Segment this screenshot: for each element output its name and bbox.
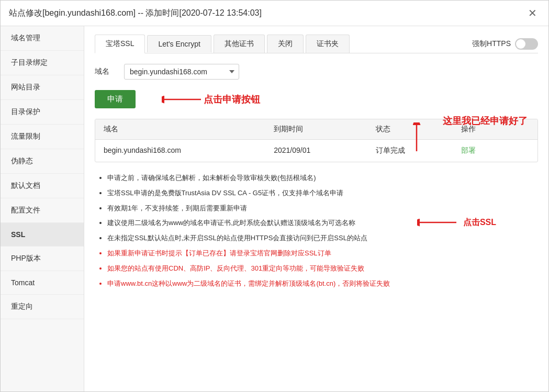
sidebar-item-php-version[interactable]: PHP版本 — [1, 247, 84, 271]
sidebar-item-site-dir[interactable]: 网站目录 — [1, 75, 84, 100]
up-arrow-icon — [396, 122, 438, 154]
already-applied-text: 这里我已经申请好了 — [443, 115, 528, 127]
force-https-section: 强制HTTPS — [472, 38, 538, 50]
already-applied-annotation: 这里我已经申请好了 — [443, 115, 528, 127]
notes-wrapper: 申请之前，请确保域名已解析，如未解析会导致审核失败(包括根域名)宝塔SSL申请的… — [95, 173, 538, 289]
sidebar-item-traffic-limit[interactable]: 流量限制 — [1, 125, 84, 149]
note-item: 如果重新申请证书时提示【订单已存在】请登录宝塔官网删除对应SSL订单 — [107, 248, 538, 259]
sidebar-item-tomcat[interactable]: Tomcat — [1, 271, 84, 295]
click-ssl-text: 点击SSL — [463, 217, 496, 228]
sidebar: 域名管理子目录绑定网站目录目录保护流量限制伪静态默认文档配置文件SSLPHP版本… — [1, 26, 84, 391]
note-item: 宝塔SSL申请的是免费版TrustAsia DV SSL CA - G5证书，仅… — [107, 188, 538, 199]
sidebar-item-pseudo-static[interactable]: 伪静态 — [1, 149, 84, 174]
sidebar-item-config-file[interactable]: 配置文件 — [1, 198, 84, 223]
domain-field-label: 域名 — [95, 67, 116, 76]
click-ssl-annotation: 点击SSL — [417, 215, 496, 230]
note-item: 申请之前，请确保域名已解析，如未解析会导致审核失败(包括根域名) — [107, 173, 538, 184]
sidebar-item-ssl[interactable]: SSL — [1, 223, 84, 247]
col-expire: 到期时间 — [274, 125, 376, 134]
row-domain: begin.yundashi168.com — [104, 146, 274, 155]
cert-table-wrapper: 域名 到期时间 状态 操作 begin.yundashi168.com 2021… — [95, 119, 538, 162]
main-window: 站点修改[begin.yundashi168.com] -- 添加时间[2020… — [0, 0, 549, 392]
arrow-icon — [162, 92, 204, 107]
note-item: 有效期1年，不支持续签，到期后需要重新申请 — [107, 203, 538, 214]
apply-button[interactable]: 申请 — [95, 90, 136, 108]
tab-证书夹[interactable]: 证书夹 — [306, 35, 350, 53]
tab-Let's Encrypt[interactable]: Let's Encrypt — [147, 35, 211, 52]
tab-bar: 宝塔SSLLet's Encrypt其他证书关闭证书夹 强制HTTPS — [95, 35, 538, 53]
note-item: 如果您的站点有使用CDN、高防IP、反向代理、301重定向等功能，可能导致验证失… — [107, 263, 538, 274]
ssl-arrow-icon — [417, 215, 459, 230]
deploy-link[interactable]: 部署 — [461, 146, 529, 155]
sidebar-item-default-doc[interactable]: 默认文档 — [1, 174, 84, 198]
content-area: 宝塔SSLLet's Encrypt其他证书关闭证书夹 强制HTTPS 域名 b… — [84, 26, 548, 391]
domain-select[interactable]: begin.yundashi168.com — [124, 64, 239, 80]
domain-row: 域名 begin.yundashi168.com — [95, 64, 538, 80]
sidebar-item-subdir-bind[interactable]: 子目录绑定 — [1, 51, 84, 75]
col-domain: 域名 — [104, 125, 274, 134]
tab-其他证书[interactable]: 其他证书 — [214, 35, 265, 53]
apply-row: 申请 点击申请按钮 — [95, 90, 538, 108]
window-title: 站点修改[begin.yundashi168.com] -- 添加时间[2020… — [9, 8, 262, 19]
sidebar-item-dir-protect[interactable]: 目录保护 — [1, 100, 84, 125]
sidebar-item-redirect[interactable]: 重定向 — [1, 295, 84, 319]
click-apply-annotation: 点击申请按钮 — [204, 93, 260, 106]
tab-宝塔SSL[interactable]: 宝塔SSL — [95, 35, 145, 53]
force-https-toggle[interactable] — [515, 38, 538, 50]
note-item: 申请www.bt.cn这种以www为二级域名的证书，需绑定并解析顶级域名(bt.… — [107, 278, 538, 289]
tab-关闭[interactable]: 关闭 — [267, 35, 304, 53]
force-https-label: 强制HTTPS — [472, 39, 511, 49]
sidebar-item-domain-mgmt[interactable]: 域名管理 — [1, 26, 84, 51]
close-button[interactable]: ✕ — [525, 7, 540, 19]
cert-table-row: begin.yundashi168.com 2021/09/01 订单完成 部署 — [95, 140, 537, 162]
note-item: 在未指定SSL默认站点时,未开启SSL的站点使用HTTPS会直接访问到已开启SS… — [107, 233, 538, 244]
main-layout: 域名管理子目录绑定网站目录目录保护流量限制伪静态默认文档配置文件SSLPHP版本… — [1, 26, 548, 391]
title-bar: 站点修改[begin.yundashi168.com] -- 添加时间[2020… — [1, 1, 548, 26]
notes-list: 申请之前，请确保域名已解析，如未解析会导致审核失败(包括根域名)宝塔SSL申请的… — [95, 173, 538, 289]
apply-annotation: 点击申请按钮 — [162, 92, 260, 107]
row-expire: 2021/09/01 — [274, 146, 376, 155]
